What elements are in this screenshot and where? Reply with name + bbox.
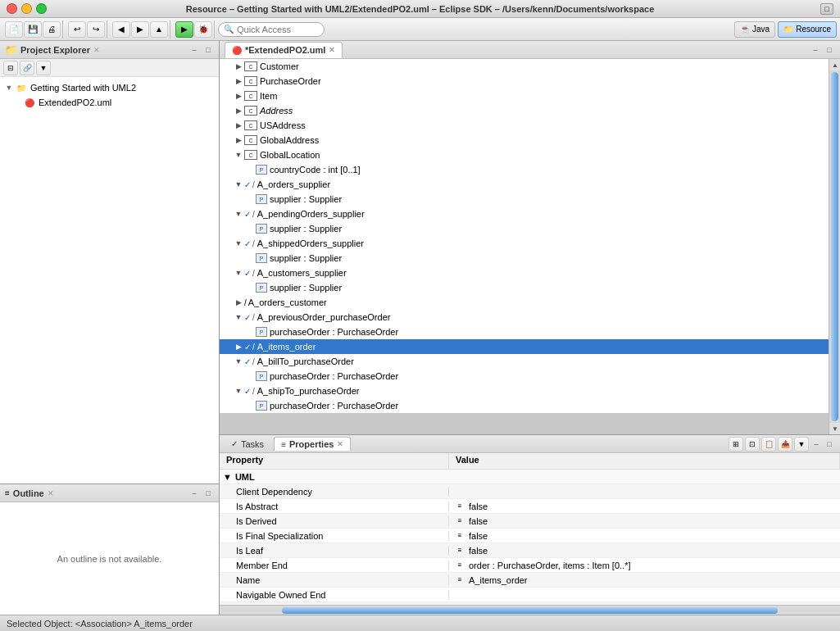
props-minimize-button[interactable]: –: [810, 438, 822, 450]
close-button[interactable]: [7, 3, 17, 14]
toggle-20[interactable]: ▼: [233, 354, 244, 369]
uml-tree-item-1[interactable]: ▶C PurchaseOrder: [220, 74, 829, 89]
uml-tree-item-23[interactable]: P purchaseOrder : PurchaseOrder: [220, 398, 829, 413]
toggle-1[interactable]: ▶: [233, 74, 244, 89]
scroll-down-button[interactable]: ▼: [829, 423, 840, 434]
scrollbar-thumb[interactable]: [831, 72, 838, 421]
uml-tree-item-22[interactable]: ▼✓/ A_shipTo_purchaseOrder: [220, 384, 829, 398]
editor-vertical-scrollbar[interactable]: ▲ ▼: [829, 59, 840, 434]
explorer-menu-button[interactable]: ▼: [36, 61, 51, 75]
toggle-10[interactable]: ▼: [233, 207, 244, 221]
property-icon-15: P: [256, 283, 267, 293]
outline-minimize-button[interactable]: –: [188, 488, 200, 499]
toggle-19[interactable]: ▶: [233, 339, 244, 354]
props-row-6[interactable]: Name ≡A_items_order: [220, 573, 840, 588]
toggle-6[interactable]: ▼: [233, 148, 244, 162]
uml-tree-item-8[interactable]: ▼✓/ A_orders_supplier: [220, 177, 829, 192]
uml-tree-item-2[interactable]: ▶C Item: [220, 89, 829, 103]
props-maximize-button[interactable]: □: [824, 438, 835, 450]
props-btn-3[interactable]: 📋: [761, 437, 776, 452]
uml-tree-item-19[interactable]: ▶✓/ A_items_order: [220, 339, 829, 354]
props-row-1[interactable]: Is Abstract ≡false: [220, 499, 840, 514]
props-row-5[interactable]: Member End ≡ order : PurchaseOrder, item…: [220, 558, 840, 573]
toggle-5[interactable]: ▶: [233, 133, 244, 148]
uml-tree-item-5[interactable]: ▶C GlobalAddress: [220, 133, 829, 148]
uml-tree-item-10[interactable]: ▼✓/ A_pendingOrders_supplier: [220, 207, 829, 221]
tasks-tab[interactable]: ✓ Tasks: [225, 438, 270, 451]
uml-tree-item-12[interactable]: ▼✓/ A_shippedOrders_supplier: [220, 236, 829, 251]
props-btn-2[interactable]: ⊡: [745, 437, 760, 452]
h-scrollbar-thumb[interactable]: [282, 607, 779, 614]
maximize-button[interactable]: [36, 3, 47, 14]
props-btn-5[interactable]: ▼: [794, 437, 809, 452]
scroll-up-button[interactable]: ▲: [829, 59, 840, 70]
toggle-14[interactable]: ▼: [233, 266, 244, 280]
toggle-2[interactable]: ▶: [233, 89, 244, 103]
uml-tree-item-7[interactable]: P countryCode : int [0..1]: [220, 162, 829, 177]
debug-button[interactable]: 🐞: [194, 21, 212, 38]
editor-minimize-button[interactable]: –: [810, 44, 821, 56]
uml-tree-item-4[interactable]: ▶C USAddress: [220, 118, 829, 133]
toggle-16[interactable]: ▶: [233, 295, 244, 310]
uml-tree-item-3[interactable]: ▶C Address: [220, 103, 829, 118]
toggle-12[interactable]: ▼: [233, 236, 244, 251]
save-button[interactable]: 💾: [24, 21, 42, 38]
editor-maximize-button[interactable]: □: [824, 44, 835, 56]
uml-tree-item-11[interactable]: P supplier : Supplier: [220, 221, 829, 236]
uml-tree-item-9[interactable]: P supplier : Supplier: [220, 192, 829, 207]
window-controls[interactable]: [7, 3, 47, 14]
properties-tab[interactable]: ≡ Properties ✕: [274, 437, 351, 451]
print-button[interactable]: 🖨: [43, 21, 61, 38]
uml-tree-item-6[interactable]: ▼C GlobalLocation: [220, 148, 829, 162]
props-row-7[interactable]: Navigable Owned End: [220, 588, 840, 602]
search-input[interactable]: [237, 25, 319, 34]
project-collapse-toggle[interactable]: ▼: [3, 82, 15, 93]
uml-tree-item-21[interactable]: P purchaseOrder : PurchaseOrder: [220, 369, 829, 384]
uml-tree-item-14[interactable]: ▼✓/ A_customers_supplier: [220, 266, 829, 280]
props-row-3[interactable]: Is Final Specialization ≡false: [220, 529, 840, 543]
props-btn-1[interactable]: ⊞: [729, 437, 743, 452]
java-perspective-button[interactable]: ☕ Java: [734, 21, 775, 38]
redo-button[interactable]: ↪: [87, 21, 105, 38]
explorer-maximize-button[interactable]: □: [202, 44, 214, 56]
back-button[interactable]: ◀: [112, 21, 130, 38]
undo-button[interactable]: ↩: [68, 21, 86, 38]
editor-content[interactable]: ▶C Customer▶C PurchaseOrder▶C Item▶C Add…: [220, 59, 829, 413]
props-row-2[interactable]: Is Derived ≡false: [220, 514, 840, 529]
toggle-17[interactable]: ▼: [233, 310, 244, 325]
link-editor-button[interactable]: 🔗: [20, 61, 34, 75]
toggle-4[interactable]: ▶: [233, 118, 244, 133]
toggle-22[interactable]: ▼: [233, 384, 244, 398]
forward-button[interactable]: ▶: [131, 21, 149, 38]
props-row-4[interactable]: Is Leaf ≡false: [220, 543, 840, 558]
file-tree-item[interactable]: 🔴 ExtendedPO2.uml: [0, 95, 219, 110]
editor-tab[interactable]: 🔴 *ExtendedPO2.uml ✕: [225, 42, 343, 58]
properties-horizontal-scrollbar[interactable]: [220, 605, 840, 615]
uml-tree-item-17[interactable]: ▼✓/ A_previousOrder_purchaseOrder: [220, 310, 829, 325]
section-toggle[interactable]: ▼: [223, 472, 232, 482]
editor-tab-close[interactable]: ✕: [329, 46, 335, 54]
minimize-button[interactable]: [21, 3, 32, 14]
uml-tree-item-20[interactable]: ▼✓/ A_billTo_purchaseOrder: [220, 354, 829, 369]
props-row-0[interactable]: Client Dependency: [220, 484, 840, 499]
explorer-minimize-button[interactable]: –: [188, 44, 200, 56]
collapse-all-button[interactable]: ⊟: [3, 61, 18, 75]
run-button[interactable]: ▶: [175, 21, 193, 38]
uml-tree-item-15[interactable]: P supplier : Supplier: [220, 280, 829, 295]
uml-tree-item-13[interactable]: P supplier : Supplier: [220, 251, 829, 266]
toggle-0[interactable]: ▶: [233, 59, 244, 74]
uml-tree-item-18[interactable]: P purchaseOrder : PurchaseOrder: [220, 325, 829, 339]
resource-perspective-button[interactable]: 📁 Resource: [778, 21, 837, 38]
toggle-8[interactable]: ▼: [233, 177, 244, 192]
quick-access-search[interactable]: 🔍: [218, 22, 325, 37]
toggle-3[interactable]: ▶: [233, 103, 244, 118]
up-button[interactable]: ▲: [150, 21, 168, 38]
outline-maximize-button[interactable]: □: [202, 488, 214, 499]
properties-tab-close[interactable]: ✕: [337, 440, 343, 448]
new-button[interactable]: 📄: [5, 21, 23, 38]
project-tree-item[interactable]: ▼ 📁 Getting Started with UML2: [0, 80, 219, 95]
props-btn-4[interactable]: 📤: [778, 437, 792, 452]
uml-tree-item-0[interactable]: ▶C Customer: [220, 59, 829, 74]
expand-button[interactable]: □: [820, 3, 833, 15]
uml-tree-item-16[interactable]: ▶/ A_orders_customer: [220, 295, 829, 310]
